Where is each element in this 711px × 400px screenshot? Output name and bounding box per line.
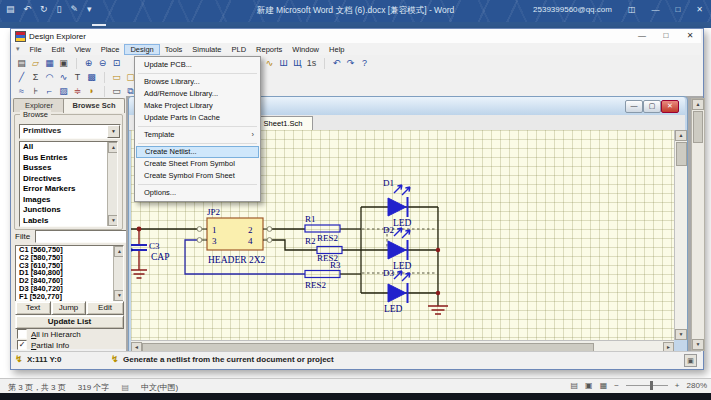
new-doc-icon[interactable]: ▯ bbox=[57, 4, 62, 14]
zoom-area-icon[interactable]: ⊡ bbox=[110, 57, 123, 69]
tab-browse-sch[interactable]: Browse Sch bbox=[63, 98, 125, 113]
print-layout-icon[interactable]: ▣ bbox=[585, 381, 593, 390]
mixed-sim-icon[interactable]: 1s bbox=[305, 57, 318, 69]
word-count[interactable]: 319 个字 bbox=[78, 382, 110, 393]
menu-item-create-symbol-from-sheet[interactable]: Create Symbol From Sheet bbox=[135, 170, 260, 182]
menu-item-create-sheet-from-symbol[interactable]: Create Sheet From Symbol bbox=[135, 158, 260, 170]
menu-tools[interactable]: Tools bbox=[160, 44, 188, 55]
checkbox-box[interactable]: ✓ bbox=[17, 340, 27, 350]
account-name[interactable]: 2539399560@qq.com bbox=[533, 5, 612, 14]
undo-icon[interactable]: ↶ bbox=[24, 4, 32, 14]
zoom-level[interactable]: 280% bbox=[687, 381, 707, 390]
app-maximize-button[interactable]: □ bbox=[659, 31, 673, 41]
page-indicator[interactable]: 第 3 页，共 3 页 bbox=[8, 382, 66, 393]
doc-minimize-button[interactable]: — bbox=[625, 100, 643, 113]
list-item[interactable]: Error Markers bbox=[20, 184, 117, 195]
line-tool-icon[interactable]: ╱ bbox=[15, 71, 28, 83]
zoom-out-icon[interactable]: ⊖ bbox=[96, 57, 109, 69]
window-vertical-scrollbar[interactable]: ▲ ▼ bbox=[691, 98, 705, 351]
qat-more-icon[interactable]: ▾ bbox=[87, 4, 92, 14]
list-item[interactable]: Busses bbox=[20, 163, 117, 174]
save-icon[interactable]: ▦ bbox=[43, 57, 56, 69]
zoom-out-icon[interactable]: − bbox=[614, 381, 619, 390]
app-minimize-button[interactable]: — bbox=[635, 31, 649, 41]
web-layout-icon[interactable]: ▦ bbox=[600, 381, 608, 390]
power-port-tool-icon[interactable]: ≑ bbox=[71, 85, 84, 97]
list-item[interactable]: F1 [520,770] bbox=[16, 293, 123, 301]
menu-place[interactable]: Place bbox=[96, 44, 125, 55]
components-scrollbar[interactable]: ▲ ▼ bbox=[113, 246, 123, 301]
menu-help[interactable]: Help bbox=[324, 44, 349, 55]
sheet-tool-icon[interactable]: ▭ bbox=[110, 85, 123, 97]
doc-close-button[interactable]: ✕ bbox=[661, 100, 679, 113]
proofing-icon[interactable]: ▤ bbox=[121, 383, 129, 392]
chevron-down-icon[interactable]: ▼ bbox=[107, 125, 120, 138]
list-item[interactable]: Junctions bbox=[20, 205, 117, 216]
status-corner-icon[interactable]: ▣ bbox=[684, 354, 697, 367]
ribbon-options-icon[interactable]: ◫ bbox=[628, 5, 636, 14]
menu-item-add-remove-library[interactable]: Add/Remove Library... bbox=[135, 88, 260, 100]
browse-type-select[interactable]: Primitives ▼ bbox=[19, 124, 121, 139]
primitives-scrollbar[interactable]: ▲ ▼ bbox=[107, 142, 117, 226]
components-list[interactable]: C1 [560,750] C2 [580,750] C3 [610,750] D… bbox=[15, 245, 124, 302]
scroll-down-icon[interactable]: ▼ bbox=[114, 290, 124, 301]
bus-entry-tool-icon[interactable]: ⌐ bbox=[43, 85, 56, 97]
app-titlebar[interactable]: Design Explorer — □ ✕ bbox=[11, 29, 701, 44]
menu-item-create-netlist[interactable]: Create Netlist... bbox=[136, 146, 259, 158]
wire-tool-icon[interactable]: ≈ bbox=[15, 85, 28, 97]
open-document-icon[interactable]: ▱ bbox=[29, 57, 42, 69]
canvas-vertical-scrollbar[interactable]: ▲ ▼ bbox=[674, 130, 687, 340]
scroll-up-icon[interactable]: ▲ bbox=[675, 130, 687, 141]
word-maximize-button[interactable]: □ bbox=[675, 5, 680, 14]
menu-window[interactable]: Window bbox=[287, 44, 324, 55]
zoom-slider-thumb[interactable] bbox=[650, 381, 653, 390]
part-tool-icon[interactable]: ▨ bbox=[57, 85, 70, 97]
zoom-in-icon[interactable]: + bbox=[675, 381, 680, 390]
menu-item-browse-library[interactable]: Browse Library... bbox=[135, 76, 260, 88]
menu-item-options[interactable]: Options... bbox=[135, 187, 260, 199]
menu-pld[interactable]: PLD bbox=[227, 44, 252, 55]
list-item[interactable]: Images bbox=[20, 195, 117, 206]
digital-wave-2-icon[interactable]: Щ bbox=[291, 57, 304, 69]
undo-icon[interactable]: ↶ bbox=[330, 57, 343, 69]
menu-reports[interactable]: Reports bbox=[251, 44, 287, 55]
text-button[interactable]: Text bbox=[15, 301, 51, 315]
menu-item-update-pcb[interactable]: Update PCB... bbox=[135, 59, 260, 71]
primitives-list[interactable]: All Bus Entries Busses Directives Error … bbox=[19, 141, 118, 227]
menu-item-template[interactable]: Template › bbox=[135, 129, 260, 141]
image-tool-icon[interactable]: ▩ bbox=[85, 71, 98, 83]
pen-icon[interactable]: ✎ bbox=[71, 4, 79, 14]
checkbox-box[interactable] bbox=[17, 329, 27, 339]
menu-grip-icon[interactable]: ▾ bbox=[11, 45, 25, 53]
diode-tool-icon[interactable]: ◗ bbox=[85, 85, 98, 97]
menu-file[interactable]: File bbox=[25, 44, 47, 55]
curve-tool-icon[interactable]: ∿ bbox=[57, 71, 70, 83]
app-close-button[interactable]: ✕ bbox=[683, 31, 697, 41]
list-item[interactable]: Directives bbox=[20, 174, 117, 185]
help-icon[interactable]: ? bbox=[358, 57, 371, 69]
scrollbar-thumb[interactable] bbox=[693, 111, 703, 143]
filter-input[interactable] bbox=[35, 230, 128, 243]
word-minimize-button[interactable]: — bbox=[651, 5, 659, 14]
text-tool-icon[interactable]: T bbox=[71, 71, 84, 83]
menu-edit[interactable]: Edit bbox=[47, 44, 70, 55]
menu-item-make-project-library[interactable]: Make Project Library bbox=[135, 100, 260, 112]
list-item[interactable]: Bus Entries bbox=[20, 153, 117, 164]
new-document-icon[interactable]: ▤ bbox=[15, 57, 28, 69]
update-list-button[interactable]: Update List bbox=[15, 315, 124, 329]
read-mode-icon[interactable]: ▤ bbox=[571, 381, 579, 390]
scroll-down-icon[interactable]: ▼ bbox=[675, 329, 687, 340]
edit-button[interactable]: Edit bbox=[86, 301, 124, 315]
menu-item-update-parts-in-cache[interactable]: Update Parts In Cache bbox=[135, 112, 260, 124]
redo-icon[interactable]: ↻ bbox=[40, 4, 48, 14]
scrollbar-thumb[interactable] bbox=[676, 142, 687, 166]
checkbox-all-in-hierarchy[interactable]: All in Hierarch bbox=[17, 329, 81, 339]
zoom-slider[interactable] bbox=[626, 385, 668, 386]
list-item[interactable]: Labels bbox=[20, 216, 117, 227]
net-label-tool-icon[interactable]: ⊦ bbox=[29, 85, 42, 97]
doc-maximize-button[interactable]: ▢ bbox=[643, 100, 661, 113]
redo-icon[interactable]: ↷ bbox=[344, 57, 357, 69]
menu-view[interactable]: View bbox=[70, 44, 96, 55]
zoom-in-icon[interactable]: ⊕ bbox=[82, 57, 95, 69]
checkbox-partial-info[interactable]: ✓ Partial Info bbox=[17, 340, 69, 350]
